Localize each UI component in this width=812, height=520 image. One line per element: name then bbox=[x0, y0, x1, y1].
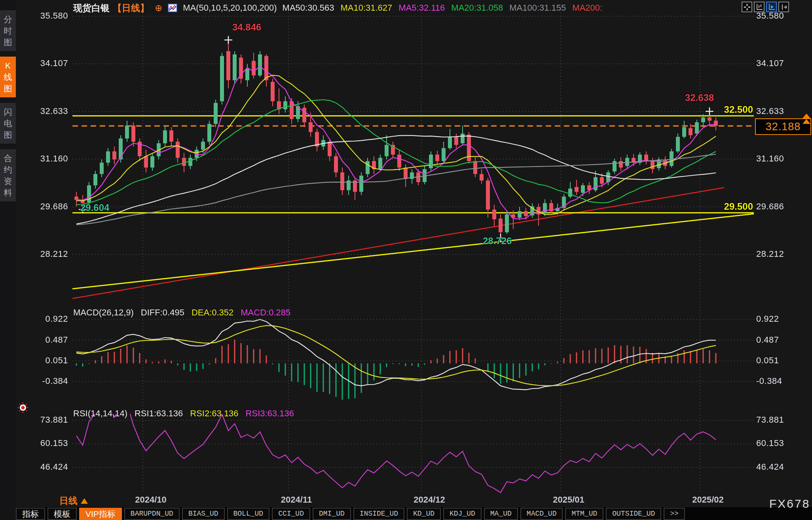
macd-bar-value: MACD:0.285 bbox=[241, 307, 290, 318]
axis-tick-right: 0.922 bbox=[756, 314, 808, 324]
axis-tick-left: 60.153 bbox=[24, 438, 68, 448]
chart-toolbar bbox=[742, 2, 789, 12]
ma-value: MA5:32.116 bbox=[398, 3, 445, 13]
axis-tick-right: 29.686 bbox=[756, 201, 808, 212]
macd-title: MACD(26,12,9) bbox=[73, 307, 134, 318]
axis-tick-left: 31.160 bbox=[24, 154, 68, 164]
indicator-tab-MTM_UD[interactable]: MTM_UD bbox=[565, 508, 603, 520]
low-marker-label: 29.604 bbox=[80, 202, 109, 213]
axis-tick-right: 60.153 bbox=[756, 438, 808, 448]
period-tag[interactable]: 【日线】 bbox=[113, 2, 149, 14]
axis-tick-right: 0.487 bbox=[756, 335, 808, 345]
rsi2-value: RSI2:63.136 bbox=[190, 408, 238, 419]
macd-header: MACD(26,12,9) DIFF:0.495 DEA:0.352 MACD:… bbox=[73, 307, 290, 318]
mini-chart-icon[interactable] bbox=[168, 4, 177, 12]
high-marker-label: 34.846 bbox=[232, 22, 261, 33]
axis-tick-right: 73.881 bbox=[756, 415, 808, 425]
rsi1-value: RSI1:63.136 bbox=[135, 408, 183, 419]
indicator-tab-KD_UD[interactable]: KD_UD bbox=[407, 508, 441, 520]
axis-shift-icon[interactable] bbox=[778, 2, 789, 12]
axis-tick-right: 32.633 bbox=[756, 106, 808, 116]
dropdown-up-icon bbox=[81, 498, 88, 504]
axis-tick-right: 0.051 bbox=[756, 355, 808, 366]
indicator-tab-OUTSIDE_UD[interactable]: OUTSIDE_UD bbox=[606, 508, 661, 520]
period-label: 日线 bbox=[59, 495, 78, 507]
time-axis-label: 2024/11 bbox=[269, 495, 324, 505]
rsi-title: RSI(14,14,14) bbox=[73, 408, 127, 419]
indicator-tab-DMI_UD[interactable]: DMI_UD bbox=[313, 508, 351, 520]
time-axis-label: 2024/12 bbox=[402, 495, 457, 505]
ma-value: MA10:31.627 bbox=[340, 3, 392, 13]
indicator-tab->>[interactable]: >> bbox=[664, 508, 685, 520]
ma-params: MA(50,10,5,20,100,200) bbox=[183, 3, 277, 13]
scroll-to-latest-icon[interactable] bbox=[803, 114, 810, 125]
chart-canvas[interactable] bbox=[0, 0, 812, 520]
ma-value: MA200: bbox=[572, 3, 602, 13]
trading-app-window: { "header": { "symbol": "现货白银", "period_… bbox=[0, 0, 812, 520]
level-label: 32.500 bbox=[710, 104, 753, 115]
alert-sun-icon[interactable] bbox=[17, 402, 28, 413]
rsi3-value: RSI3:63.136 bbox=[246, 408, 294, 419]
period-selector[interactable]: 日线 bbox=[59, 495, 88, 507]
symbol-name: 现货白银 bbox=[73, 2, 110, 14]
indicator-tab-VIP指标[interactable]: VIP指标 bbox=[79, 508, 122, 520]
sidebar-item-K线图[interactable]: K线图 bbox=[0, 57, 16, 97]
time-axis-label: 2025/01 bbox=[541, 495, 596, 505]
axis-tick-left: 32.633 bbox=[24, 106, 68, 116]
axis-tick-left: 35.580 bbox=[24, 11, 68, 21]
axis-tick-left: 73.881 bbox=[24, 415, 68, 425]
indicator-tab-INSIDE_UD[interactable]: INSIDE_UD bbox=[353, 508, 404, 520]
axis-tick-left: 0.487 bbox=[24, 335, 68, 345]
axis-tick-left: 34.107 bbox=[24, 58, 68, 68]
left-sidebar: 分时图K线图闪电图合约资料 bbox=[0, 0, 16, 520]
macd-diff-value: DIFF:0.495 bbox=[141, 307, 184, 318]
indicator-tab-CCI_UD[interactable]: CCI_UD bbox=[272, 508, 310, 520]
indicator-tab-bar: 指标模板VIP指标BARUPDN_UDBIAS_UDBOLL_UDCCI_UDD… bbox=[16, 508, 812, 520]
indicator-tab-MACD_UD[interactable]: MACD_UD bbox=[520, 508, 563, 520]
indicator-tab-BIAS_UD[interactable]: BIAS_UD bbox=[182, 508, 225, 520]
indicator-tab-指标[interactable]: 指标 bbox=[16, 508, 45, 520]
indicator-tab-BOLL_UD[interactable]: BOLL_UD bbox=[227, 508, 270, 520]
macd-dea-value: DEA:0.352 bbox=[192, 307, 233, 318]
ma-value: MA50:30.563 bbox=[283, 3, 334, 13]
indicator-tab-模板[interactable]: 模板 bbox=[47, 508, 77, 520]
axis-tick-right: 34.107 bbox=[756, 58, 808, 68]
time-axis-label: 2024/10 bbox=[123, 495, 178, 505]
axis-tick-right: 31.160 bbox=[756, 154, 808, 164]
high-marker-label: 32.638 bbox=[685, 92, 714, 103]
axis-tick-left: 0.051 bbox=[24, 355, 68, 366]
axis-tick-left: -0.384 bbox=[24, 376, 68, 386]
ma-value: MA100:31.155 bbox=[509, 3, 566, 13]
low-marker-label: 28.726 bbox=[483, 235, 512, 247]
axis-tick-right: 46.424 bbox=[756, 462, 808, 472]
axis-tick-left: 46.424 bbox=[24, 462, 68, 472]
crosshair-icon[interactable] bbox=[742, 2, 752, 12]
axis-play-icon[interactable] bbox=[766, 2, 777, 12]
chart-header: 现货白银 【日线】 ⊕ MA(50,10,5,20,100,200) MA50:… bbox=[73, 2, 602, 14]
sidebar-item-闪电图[interactable]: 闪电图 bbox=[0, 103, 16, 144]
axis-tick-left: 0.922 bbox=[24, 314, 68, 324]
time-axis-label: 2025/02 bbox=[680, 495, 736, 505]
axis-tick-left: 29.686 bbox=[24, 201, 68, 212]
sidebar-item-分时图[interactable]: 分时图 bbox=[0, 10, 16, 51]
axis-range-icon[interactable] bbox=[754, 2, 765, 12]
ma-value: MA20:31.058 bbox=[451, 3, 503, 13]
rsi-header: RSI(14,14,14) RSI1:63.136 RSI2:63.136 RS… bbox=[73, 408, 294, 419]
level-label: 29.500 bbox=[710, 201, 753, 212]
indicator-tab-MA_UD[interactable]: MA_UD bbox=[484, 508, 518, 520]
axis-tick-right: -0.384 bbox=[756, 376, 808, 386]
ma-values: MA50:30.563MA10:31.627MA5:32.116MA20:31.… bbox=[283, 3, 603, 13]
axis-tick-right: 28.212 bbox=[756, 249, 808, 259]
axis-tick-left: 28.212 bbox=[24, 249, 68, 259]
indicator-tab-KDJ_UD[interactable]: KDJ_UD bbox=[443, 508, 482, 520]
circle-plus-icon[interactable]: ⊕ bbox=[155, 4, 162, 12]
sidebar-item-合约资料[interactable]: 合约资料 bbox=[0, 149, 16, 201]
indicator-tab-BARUPDN_UD[interactable]: BARUPDN_UD bbox=[124, 508, 180, 520]
